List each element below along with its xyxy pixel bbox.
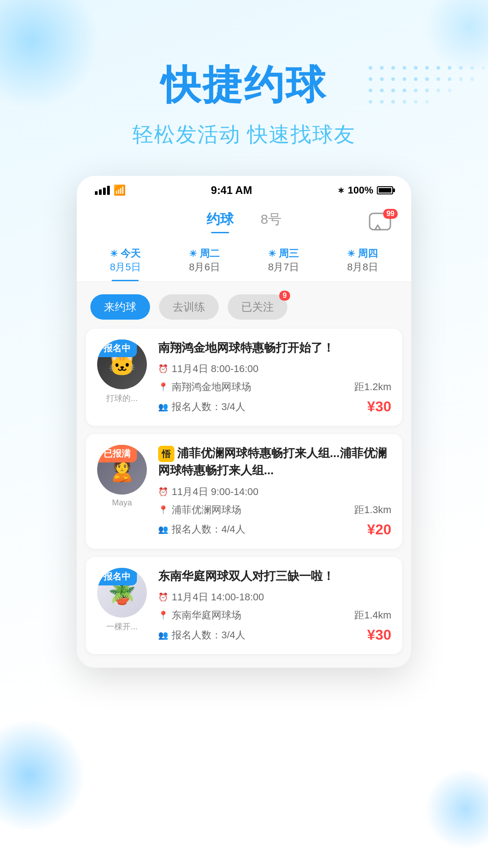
filter-btn-wrap-2: 已关注 9 xyxy=(228,294,287,320)
wifi-icon: 📶 xyxy=(113,184,126,196)
card-0[interactable]: 报名中 🐱 打球的... 南翔鸿金地网球特惠畅打开始了！ ⏰ 11月4日 8:0… xyxy=(86,329,402,426)
svg-point-4 xyxy=(414,66,418,70)
filter-btn-2[interactable]: 已关注 xyxy=(228,294,287,320)
card-title-1: 悟浦菲优澜网球特惠畅打来人组...浦菲优澜网球特惠畅打来人组... xyxy=(158,445,391,479)
location-icon-0: 📍 xyxy=(158,382,168,392)
svg-point-11 xyxy=(369,77,372,81)
card-left-1: 已报满 🙎 Maya xyxy=(95,445,149,538)
card-datetime-2: ⏰ 11月4日 14:00-18:00 xyxy=(158,590,391,604)
date-num-3: 8月8日 xyxy=(347,260,378,274)
svg-point-12 xyxy=(380,77,384,81)
date-day-0: ☀ 今天 xyxy=(110,247,141,260)
svg-point-30 xyxy=(380,100,384,104)
card-user-2: 一棵开... xyxy=(106,621,137,632)
date-tabs: ☀ 今天 8月5日 ☀ 周二 8月6日 ☀ 周三 8月7日 ☀ 周四 8月8日 xyxy=(77,238,411,282)
people-icon-0: 👥 xyxy=(158,402,168,412)
svg-point-3 xyxy=(403,66,406,70)
svg-point-9 xyxy=(470,66,474,70)
svg-point-31 xyxy=(391,100,395,104)
status-badge-0: 报名中 xyxy=(97,340,137,357)
dot-pattern-decoration xyxy=(361,59,488,113)
svg-point-23 xyxy=(391,89,395,92)
status-badge-2: 报名中 xyxy=(97,568,137,585)
card-reg-2: 👥 报名人数：3/4人 ¥30 xyxy=(158,627,391,643)
bg-decoration-br xyxy=(425,769,488,850)
card-content-0: 南翔鸿金地网球特惠畅打开始了！ ⏰ 11月4日 8:00-16:00 📍 南翔鸿… xyxy=(158,340,391,415)
card-datetime-1: ⏰ 11月4日 9:00-14:00 xyxy=(158,485,391,499)
phone-mockup: 📶 9:41 AM ∗ 100% 约球 8号 99 xyxy=(77,176,411,668)
svg-point-0 xyxy=(369,66,372,70)
card-1[interactable]: 已报满 🙎 Maya 悟浦菲优澜网球特惠畅打来人组...浦菲优澜网球特惠畅打来人… xyxy=(86,434,402,549)
people-icon-1: 👥 xyxy=(158,524,168,534)
card-venue-0: 📍 南翔鸿金地网球场 距1.2km xyxy=(158,380,391,394)
sun-icon-3: ☀ xyxy=(347,248,355,259)
clock-icon-1: ⏰ xyxy=(158,487,168,497)
card-content-2: 东南华庭网球双人对打三缺一啦！ ⏰ 11月4日 14:00-18:00 📍 东南… xyxy=(158,568,391,643)
card-left-0: 报名中 🐱 打球的... xyxy=(95,340,149,415)
card-content-1: 悟浦菲优澜网球特惠畅打来人组...浦菲优澜网球特惠畅打来人组... ⏰ 11月4… xyxy=(158,445,391,538)
card-2[interactable]: 报名中 🪴 一棵开... 东南华庭网球双人对打三缺一啦！ ⏰ 11月4日 14:… xyxy=(86,557,402,654)
card-left-2: 报名中 🪴 一棵开... xyxy=(95,568,149,643)
svg-point-25 xyxy=(414,89,418,92)
tab-yuqiu[interactable]: 约球 xyxy=(206,210,234,233)
date-tab-3[interactable]: ☀ 周四 8月8日 xyxy=(343,242,382,281)
card-avatar-2: 报名中 🪴 xyxy=(97,568,147,618)
card-user-1: Maya xyxy=(112,498,132,508)
svg-point-17 xyxy=(436,77,440,81)
card-price-1: ¥20 xyxy=(367,521,391,538)
filter-btn-0[interactable]: 来约球 xyxy=(90,294,150,320)
card-datetime-0: ⏰ 11月4日 8:00-16:00 xyxy=(158,362,391,376)
svg-point-14 xyxy=(403,77,406,81)
sun-icon-2: ☀ xyxy=(268,248,276,259)
cards-section: 报名中 🐱 打球的... 南翔鸿金地网球特惠畅打开始了！ ⏰ 11月4日 8:0… xyxy=(77,329,411,668)
svg-point-20 xyxy=(470,77,474,81)
svg-point-6 xyxy=(436,66,440,70)
clock-icon-0: ⏰ xyxy=(158,364,168,374)
svg-point-5 xyxy=(425,66,429,70)
filter-btn-1[interactable]: 去训练 xyxy=(159,294,219,320)
clock-icon-2: ⏰ xyxy=(158,592,168,602)
svg-point-27 xyxy=(436,89,440,92)
status-badge-1: 已报满 xyxy=(97,445,137,462)
date-day-2: ☀ 周三 xyxy=(268,247,299,260)
svg-point-22 xyxy=(380,89,384,92)
card-info-2: ⏰ 11月4日 14:00-18:00 📍 东南华庭网球场 距1.4km 👥 xyxy=(158,590,391,643)
people-icon-2: 👥 xyxy=(158,630,168,640)
card-user-0: 打球的... xyxy=(106,393,137,404)
bg-decoration-bl xyxy=(0,719,86,832)
card-reg-1: 👥 报名人数：4/4人 ¥20 xyxy=(158,521,391,538)
sun-icon-0: ☀ xyxy=(110,248,118,259)
svg-point-8 xyxy=(459,66,463,70)
org-icon-1: 悟 xyxy=(158,446,174,462)
svg-point-33 xyxy=(414,100,418,104)
card-reg-0: 👥 报名人数：3/4人 ¥30 xyxy=(158,398,391,415)
sub-title: 轻松发活动 快速找球友 xyxy=(0,121,488,149)
card-title-2: 东南华庭网球双人对打三缺一啦！ xyxy=(158,568,391,584)
chat-nav-icon[interactable]: 99 xyxy=(369,212,393,235)
date-num-1: 8月6日 xyxy=(189,260,220,274)
date-tab-0[interactable]: ☀ 今天 8月5日 xyxy=(105,242,145,281)
svg-point-1 xyxy=(380,66,384,70)
svg-point-24 xyxy=(403,89,406,92)
date-day-1: ☀ 周二 xyxy=(189,247,220,260)
date-num-0: 8月5日 xyxy=(110,260,141,274)
date-tab-2[interactable]: ☀ 周三 8月7日 xyxy=(263,242,303,281)
status-time: 9:41 AM xyxy=(211,184,252,197)
battery-icon xyxy=(377,186,393,194)
card-title-0: 南翔鸿金地网球特惠畅打开始了！ xyxy=(158,340,391,356)
card-price-0: ¥30 xyxy=(367,398,391,415)
chat-badge: 99 xyxy=(383,209,398,219)
svg-point-7 xyxy=(448,66,451,70)
battery-percent: 100% xyxy=(348,184,373,196)
date-num-2: 8月7日 xyxy=(268,260,299,274)
svg-marker-36 xyxy=(375,225,380,230)
date-day-3: ☀ 周四 xyxy=(347,247,378,260)
status-bar: 📶 9:41 AM ∗ 100% xyxy=(77,176,411,201)
date-tab-1[interactable]: ☀ 周二 8月6日 xyxy=(184,242,224,281)
tab-8hao[interactable]: 8号 xyxy=(261,210,282,233)
svg-point-32 xyxy=(403,100,406,104)
status-left: 📶 xyxy=(95,184,126,196)
filter-badge-2: 9 xyxy=(279,291,290,301)
svg-point-13 xyxy=(391,77,395,81)
svg-point-18 xyxy=(448,77,451,81)
